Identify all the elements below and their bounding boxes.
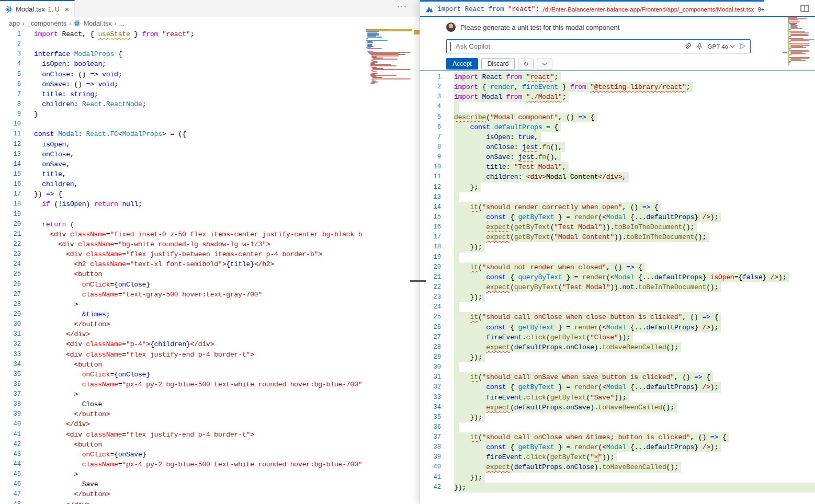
close-tab-icon[interactable]: × [65,5,69,14]
code-line[interactable]: 7 isOpen: true, [420,132,815,142]
code-line[interactable]: 25 it("should call onClose when close bu… [420,312,815,322]
code-line[interactable]: 10 title: "Test Modal", [420,162,815,172]
code-line[interactable]: 36 className="px-4 py-2 bg-blue-500 text… [0,380,364,390]
code-line[interactable]: 27 fireEvent.click(getByText("Close")); [420,333,815,342]
code-line[interactable]: 45 > [0,469,364,479]
code-line[interactable]: 25 <button [0,269,364,279]
code-line[interactable]: 11const Modal: React.FC<ModalProps> = ({ [0,129,364,139]
code-line[interactable]: 5describe("Modal component", () => { [420,112,815,122]
code-line[interactable]: 9 onSave: jest.fn(), [420,152,815,162]
breadcrumb-item-file[interactable]: Modal.tsx [84,20,112,27]
code-line[interactable]: 41 }); [420,473,815,483]
code-line[interactable]: 20 return ( [0,220,364,230]
code-line[interactable]: 20 it("should not render when closed", (… [420,262,815,272]
code-line[interactable]: 34 <button [0,360,364,370]
code-line[interactable]: 29 }); [420,352,815,362]
code-line[interactable]: 1import React from "react"; [420,72,815,82]
code-line[interactable]: 40 expect(defaultProps.onClose).toHaveBe… [420,462,815,472]
code-line[interactable]: 33 <div className="flex justify-end p-4 … [0,350,364,360]
minimap[interactable] [366,29,412,86]
code-line[interactable]: 23 <div className="flex justify-between … [0,249,364,259]
code-line[interactable]: 33 fireEvent.click(getByText("Save")); [420,393,815,403]
editor-more-actions-icon[interactable]: ··· [397,2,407,12]
code-line[interactable]: 27 className="text-gray-500 hover:text-g… [0,290,364,300]
code-line[interactable]: 14 it("should render correctly when open… [420,202,815,212]
code-line[interactable]: 18 }); [420,242,815,252]
code-line[interactable]: 38 Close [0,399,364,409]
generated-test-code[interactable]: 1import React from "react";2import { ren… [420,71,815,504]
microphone-icon[interactable] [696,43,703,50]
code-line[interactable]: 47 </button> [0,489,364,499]
code-line[interactable]: 18 if (!isOpen) return null; [0,199,364,209]
code-line[interactable]: 16 children, [0,179,364,189]
code-line[interactable]: 32 const { getByText } = render(<Modal {… [420,382,815,392]
code-line[interactable]: 15 const { getByText } = render(<Modal {… [420,212,815,222]
code-line[interactable]: 19 [420,253,815,262]
code-line[interactable]: 36 [420,422,815,432]
minimap[interactable] [788,17,815,65]
code-line[interactable]: 12 isOpen, [0,140,364,150]
model-picker[interactable]: GPT 4o [708,43,734,50]
code-line[interactable]: 4 isOpen: boolean; [0,59,364,69]
code-line[interactable]: 44 className="px-4 py-2 bg-blue-500 text… [0,460,364,469]
code-line[interactable]: 31 it("should call onSave when save butt… [420,372,815,382]
code-line[interactable]: 32 <div className="p-4">{children}</div> [0,339,364,349]
code-line[interactable]: 15 title, [0,169,364,179]
code-line[interactable]: 3interface ModalProps { [0,49,364,59]
discard-button[interactable]: Discard [481,58,515,70]
breadcrumb-item-components[interactable]: _components [27,20,66,27]
code-line[interactable]: 22 <div className="bg-white rounded-lg s… [0,239,364,249]
code-line[interactable]: 21 const { queryByText } = render(<Modal… [420,272,815,282]
code-line[interactable]: 17}) => { [0,189,364,199]
breadcrumb-item-symbol[interactable]: ... [119,20,124,27]
code-line[interactable]: 35 onClick={onClose} [0,370,364,380]
code-line[interactable]: 13 [420,192,815,202]
code-line[interactable]: 8 onClose: jest.fn(), [420,142,815,152]
inline-chat-header[interactable]: import React from "react"; /d:/Enter-Bal… [420,0,764,17]
code-line[interactable]: 12 }; [420,182,815,192]
code-line[interactable]: 11 children: <div>Modal Content</div>, [420,172,815,182]
code-line[interactable]: 23 }); [420,292,815,302]
code-line[interactable]: 41 <div className="flex justify-end p-4 … [0,430,364,440]
code-line[interactable]: 3import Modal from "./Modal"; [420,92,815,102]
code-line[interactable]: 21 <div className="fixed inset-0 z-50 fl… [0,230,364,239]
code-line[interactable]: 46 Save [0,479,364,489]
breadcrumb-item-app[interactable]: app [9,20,20,27]
code-line[interactable]: 42}); [420,483,815,492]
code-line[interactable]: 5 onClose: () => void; [0,70,364,79]
code-line[interactable]: 22 expect(queryByText("Test Modal")).not… [420,282,815,292]
code-line[interactable]: 30 [420,362,815,372]
chat-input-box[interactable]: GPT 4o [446,39,751,53]
code-line[interactable]: 19 [0,210,364,220]
resize-handle[interactable] [410,280,426,282]
code-line[interactable]: 24 <h2 className="text-xl font-semibold"… [0,259,364,269]
code-line[interactable]: 8 children: React.ReactNode; [0,99,364,109]
code-line[interactable]: 2import { render, fireEvent } from "@tes… [420,82,815,92]
code-line[interactable]: 48 </div> [0,500,364,504]
chat-input[interactable] [456,42,680,50]
code-line[interactable]: 43 onClick={onSave} [0,450,364,460]
code-line[interactable]: 38 const { getByText } = render(<Modal {… [420,442,815,452]
code-line[interactable]: 37 > [0,390,364,399]
split-editor-icon[interactable] [800,5,809,12]
code-line[interactable]: 1import React, { useState } from "react"… [0,29,364,39]
code-line[interactable]: 28 expect(defaultProps.onClose).toHaveBe… [420,342,815,352]
more-options-button[interactable] [537,59,552,70]
send-icon[interactable] [739,42,746,50]
code-line[interactable]: 24 [420,302,815,312]
code-line[interactable]: 37 it("should call onClose when &times; … [420,432,815,442]
code-line[interactable]: 17 expect(getByText("Modal Content")).to… [420,232,815,242]
code-line[interactable]: 14 onSave, [0,159,364,169]
accept-button[interactable]: Accept [446,58,478,70]
code-line[interactable]: 13 onClose, [0,150,364,159]
regenerate-button[interactable]: ↻ [518,59,534,70]
code-line[interactable]: 6 const defaultProps = { [420,122,815,132]
attach-context-icon[interactable] [684,43,692,50]
code-line[interactable]: 29 &times; [0,310,364,319]
code-editor-content[interactable]: 1import React, { useState } from "react"… [0,29,364,504]
code-line[interactable]: 35 }); [420,413,815,422]
code-line[interactable]: 2 [0,39,364,49]
code-line[interactable]: 6 onSave: () => void; [0,79,364,89]
code-line[interactable]: 31 </div> [0,329,364,339]
code-line[interactable]: 39 fireEvent.click(getByText("×")); [420,452,815,462]
